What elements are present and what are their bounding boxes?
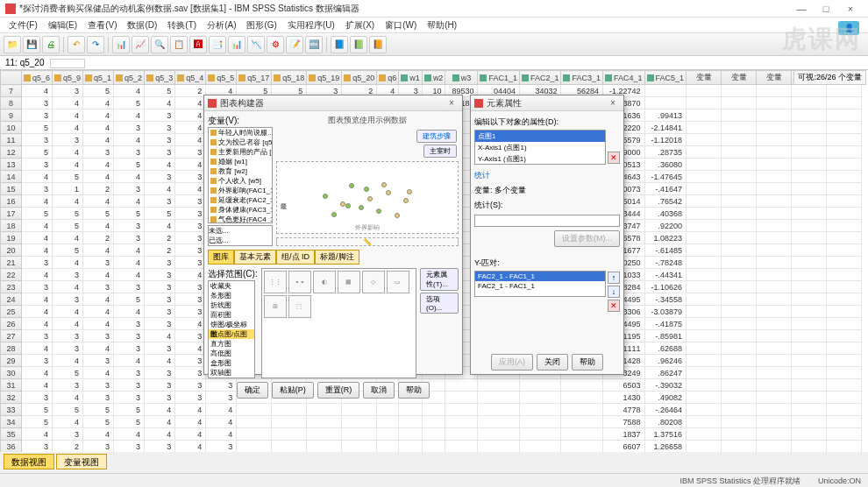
cell[interactable]: 3: [53, 269, 83, 281]
cell[interactable]: [827, 232, 862, 244]
column-header[interactable]: FAC1_1: [478, 71, 520, 85]
cell[interactable]: 4: [83, 159, 114, 171]
cell[interactable]: 3: [114, 330, 145, 342]
cell[interactable]: .80208: [644, 416, 687, 428]
column-header[interactable]: FAC3_1: [561, 71, 603, 85]
cell[interactable]: 1430: [603, 392, 645, 404]
statistic-dropdown[interactable]: [474, 215, 620, 227]
cell[interactable]: [377, 428, 399, 441]
cell[interactable]: [722, 171, 757, 183]
cell[interactable]: 3: [175, 367, 206, 379]
dialog-button[interactable]: 帮助: [398, 382, 430, 399]
cell[interactable]: [722, 428, 757, 441]
cell[interactable]: [722, 232, 757, 244]
toolbar-button[interactable]: 📊: [228, 36, 245, 53]
element-props-button[interactable]: 元素属性(T)...: [420, 268, 459, 291]
cell[interactable]: 4: [22, 269, 53, 281]
cell[interactable]: [722, 244, 757, 257]
cell[interactable]: 4: [53, 257, 83, 269]
cell[interactable]: 4: [53, 146, 83, 159]
cell[interactable]: 5: [114, 159, 145, 171]
toolbar-button[interactable]: 📗: [350, 36, 367, 53]
cell[interactable]: [722, 355, 757, 367]
cell[interactable]: 4: [83, 244, 114, 257]
cell[interactable]: [342, 441, 377, 453]
cell[interactable]: 4: [53, 392, 83, 404]
cell[interactable]: 3: [22, 355, 53, 367]
cell[interactable]: [478, 392, 520, 404]
cell[interactable]: [827, 318, 862, 330]
dialog-close-icon[interactable]: ×: [445, 98, 459, 108]
cell[interactable]: 3: [175, 220, 206, 232]
cell[interactable]: .99413: [644, 109, 687, 122]
cell[interactable]: [757, 171, 792, 183]
column-header[interactable]: w2: [422, 71, 445, 85]
cell[interactable]: 3: [175, 146, 206, 159]
cell[interactable]: [792, 159, 827, 171]
cell[interactable]: 4: [53, 195, 83, 208]
toolbar-button[interactable]: 📋: [170, 36, 188, 53]
object-item[interactable]: 点图1: [475, 131, 605, 142]
chart-tab[interactable]: 组/点 ID: [276, 250, 315, 265]
cell[interactable]: [722, 441, 757, 453]
toolbar-button[interactable]: 🔤: [305, 36, 323, 53]
cell[interactable]: 4: [145, 220, 175, 232]
cell[interactable]: [687, 220, 722, 232]
cell[interactable]: [519, 392, 561, 404]
cell[interactable]: -.41647: [644, 183, 687, 195]
cell[interactable]: [722, 195, 757, 208]
cell[interactable]: 3: [114, 318, 145, 330]
cell[interactable]: [722, 97, 757, 109]
cell[interactable]: 3: [175, 355, 206, 367]
cell[interactable]: 3: [83, 281, 114, 293]
cell[interactable]: [687, 416, 722, 428]
cell[interactable]: 3: [53, 330, 83, 342]
chart-preview[interactable]: 延缓衰老 外界影响: [276, 161, 459, 234]
cell[interactable]: 4: [22, 171, 53, 183]
cell[interactable]: 4: [83, 134, 114, 146]
cell[interactable]: 3: [145, 392, 175, 404]
cell[interactable]: 4: [114, 355, 145, 367]
menu-item[interactable]: 编辑(E): [43, 18, 82, 32]
cell[interactable]: 1: [53, 183, 83, 195]
cell[interactable]: 4: [53, 416, 83, 428]
cell[interactable]: 4: [83, 171, 114, 183]
close-button[interactable]: ×: [838, 4, 863, 14]
object-item[interactable]: X-Axis1 (点图1): [475, 142, 605, 153]
cell[interactable]: 4: [83, 318, 114, 330]
cell[interactable]: [757, 428, 792, 441]
cell[interactable]: [792, 367, 827, 379]
cell[interactable]: [757, 146, 792, 159]
cell[interactable]: [792, 404, 827, 416]
chart-thumbnail[interactable]: ⋮⋮: [264, 271, 287, 293]
cell[interactable]: [757, 306, 792, 318]
options-button[interactable]: 选项(O)...: [420, 293, 459, 314]
cell[interactable]: 3: [206, 441, 237, 453]
cell[interactable]: 5: [83, 85, 114, 97]
cell[interactable]: [792, 97, 827, 109]
cell[interactable]: [827, 404, 862, 416]
cell[interactable]: [722, 183, 757, 195]
variable-item[interactable]: 个人收入 [w5]: [209, 176, 272, 186]
chart-type-list[interactable]: 收藏夹条形图折线图面积图饼图/极坐标图散点图/点图直方图高低图盒形图双轴图: [208, 280, 255, 378]
cell[interactable]: [827, 342, 862, 355]
cell[interactable]: [722, 416, 757, 428]
cell[interactable]: [687, 257, 722, 269]
cell[interactable]: 2: [175, 85, 206, 97]
cell[interactable]: [722, 330, 757, 342]
cell[interactable]: [561, 441, 603, 453]
cell[interactable]: [792, 269, 827, 281]
cell[interactable]: .62688: [644, 342, 687, 355]
table-row[interactable]: 3454554447588.80208: [1, 416, 862, 428]
cell[interactable]: 3: [114, 379, 145, 392]
cell[interactable]: -.41875: [644, 318, 687, 330]
cell[interactable]: 3: [22, 330, 53, 342]
column-header[interactable]: q5_2: [114, 71, 145, 85]
cell[interactable]: 5: [53, 208, 83, 220]
cell[interactable]: [342, 404, 377, 416]
cell[interactable]: 1.08223: [644, 232, 687, 244]
cell[interactable]: [687, 392, 722, 404]
cell[interactable]: 3: [83, 257, 114, 269]
cell[interactable]: [827, 97, 862, 109]
cell[interactable]: [237, 428, 272, 441]
